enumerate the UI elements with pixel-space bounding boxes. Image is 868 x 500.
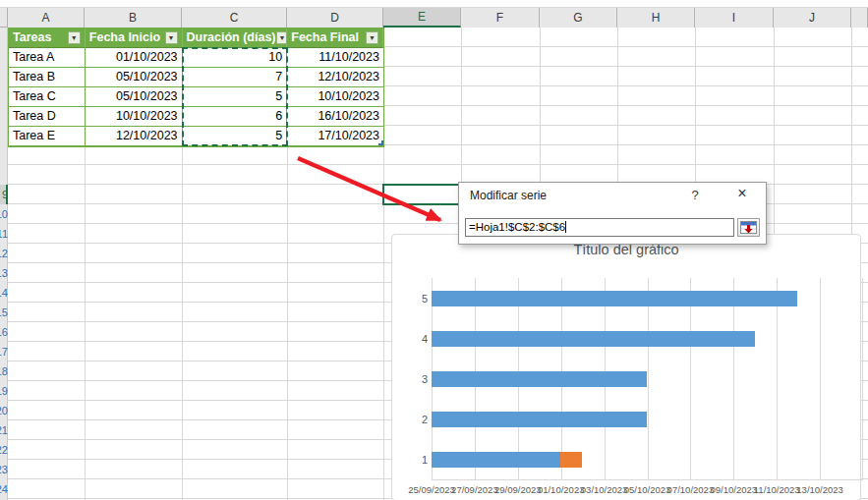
chart-plot-area: 5 4 3 2 1 25/09/2023 27/09/2023 29/09/20… (432, 278, 863, 480)
cell-fecha-inicio[interactable]: 05/10/2023 (86, 87, 183, 107)
row-headers[interactable]: 9 10 11 12 13 14 15 16 17 18 19 20 21 22… (0, 28, 8, 500)
close-icon[interactable]: × (732, 185, 752, 202)
dialog-title: Modificar serie (470, 189, 547, 202)
x-axis-tick: 09/10/2023 (711, 484, 758, 495)
cell-tarea[interactable]: Tarea A (9, 48, 86, 68)
cell-fecha-final[interactable]: 16/10/2023 (287, 107, 383, 127)
cell-fecha-inicio[interactable]: 10/10/2023 (86, 107, 183, 127)
row-number[interactable]: 16 (0, 322, 8, 342)
row-number[interactable]: 11 (0, 224, 8, 244)
header-label: Duración (días) (187, 28, 276, 47)
y-axis-label: 4 (412, 332, 428, 346)
bar-segment-blue[interactable] (432, 331, 755, 347)
series-formula-input[interactable]: =Hoja1!$C$2:$C$6 (465, 218, 734, 237)
bar-segment-blue[interactable] (432, 452, 560, 468)
x-axis-tick: 25/09/2023 (408, 484, 455, 495)
bar-segment-blue[interactable] (432, 371, 647, 387)
bar-category-3[interactable] (432, 359, 862, 399)
bar-chart[interactable]: Título del gráfico 5 4 3 2 1 25/09/2023 … (391, 234, 861, 500)
header-tareas[interactable]: Tareas ▼ (9, 28, 86, 48)
column-header-d[interactable]: D (287, 8, 383, 28)
modificar-serie-dialog: Modificar serie ? × =Hoja1!$C$2:$C$6 (458, 182, 767, 245)
cell-fecha-final[interactable]: 11/10/2023 (287, 48, 383, 68)
bar-category-5[interactable] (432, 278, 862, 318)
x-axis-tick: 07/10/2023 (667, 484, 715, 495)
x-axis-tick: 29/09/2023 (494, 484, 542, 495)
table-header-row: Tareas ▼ Fecha Inicio ▼ Duración (días) … (9, 28, 383, 48)
bar-category-1[interactable] (432, 440, 862, 480)
excel-window: A B C D E F G H I J 9 10 11 12 13 14 15 … (0, 0, 868, 500)
row-number[interactable]: 17 (0, 342, 8, 361)
column-header-j[interactable]: J (774, 8, 851, 28)
column-header-b[interactable]: B (85, 8, 182, 28)
formula-text: =Hoja1!$C$2:$C$6 (469, 221, 565, 233)
column-headers: A B C D E F G H I J (0, 8, 868, 28)
row-number[interactable]: 15 (0, 303, 8, 322)
column-header-f[interactable]: F (461, 8, 540, 28)
x-axis-tick: 01/10/2023 (538, 484, 585, 495)
table-row: Tarea D 10/10/2023 6 16/10/2023 (9, 107, 383, 127)
cell-fecha-inicio[interactable]: 05/10/2023 (86, 68, 183, 87)
cell-duracion[interactable]: 5 (183, 87, 288, 107)
cell-duracion[interactable]: 6 (183, 107, 288, 127)
cell-fecha-inicio[interactable]: 01/10/2023 (86, 48, 183, 68)
table-row: Tarea A 01/10/2023 10 11/10/2023 (9, 48, 383, 68)
row-number[interactable]: 9 (0, 185, 8, 204)
column-header-h[interactable]: H (617, 8, 695, 28)
select-all-corner[interactable] (0, 8, 8, 28)
row-number[interactable]: 19 (0, 381, 8, 401)
table-row: Tarea B 05/10/2023 7 12/10/2023 (9, 68, 383, 87)
bar-segment-blue[interactable] (432, 291, 797, 306)
cell-fecha-final[interactable]: 12/10/2023 (287, 68, 383, 87)
active-cell-e9[interactable] (382, 184, 462, 205)
filter-dropdown-icon[interactable]: ▼ (366, 31, 378, 44)
table-resize-handle[interactable] (378, 140, 383, 145)
row-number[interactable]: 10 (0, 204, 8, 224)
cell-fecha-final[interactable]: 17/10/2023 (287, 127, 383, 146)
row-number[interactable]: 12 (0, 244, 8, 263)
filter-dropdown-icon[interactable]: ▼ (68, 31, 81, 44)
header-label: Fecha Inicio (89, 28, 160, 47)
header-duracion[interactable]: Duración (días) ▼ (183, 28, 288, 48)
collapse-dialog-button[interactable] (737, 218, 760, 237)
row-number[interactable]: 21 (0, 420, 8, 440)
x-axis-tick: 03/10/2023 (581, 484, 628, 495)
bar-category-4[interactable] (432, 318, 862, 359)
row-number[interactable]: 24 (0, 479, 8, 499)
help-icon[interactable]: ? (687, 188, 703, 202)
x-axis-labels: 25/09/2023 27/09/2023 29/09/2023 01/10/2… (432, 484, 862, 498)
column-header-g[interactable]: G (540, 8, 617, 28)
header-fecha-final[interactable]: Fecha Final ▼ (287, 28, 383, 48)
column-header-k-partial[interactable] (851, 8, 868, 28)
x-axis-tick: 13/10/2023 (796, 484, 843, 495)
row-number[interactable]: 20 (0, 401, 8, 420)
y-axis-label: 5 (412, 292, 428, 306)
formula-bar-bottom-strip (0, 0, 868, 8)
bar-segment-orange[interactable] (560, 452, 582, 468)
cell-tarea[interactable]: Tarea B (9, 68, 86, 87)
row-number[interactable]: 13 (0, 263, 8, 283)
filter-dropdown-icon[interactable]: ▼ (276, 31, 288, 44)
cell-tarea[interactable]: Tarea D (9, 107, 86, 127)
row-number[interactable]: 23 (0, 460, 8, 479)
bar-segment-blue[interactable] (432, 412, 647, 427)
cell-duracion[interactable]: 7 (183, 68, 288, 87)
header-fecha-inicio[interactable]: Fecha Inicio ▼ (86, 28, 183, 48)
row-number[interactable]: 14 (0, 283, 8, 303)
header-label: Fecha Final (291, 28, 359, 47)
cell-tarea[interactable]: Tarea E (9, 127, 86, 146)
cell-fecha-inicio[interactable]: 12/10/2023 (86, 127, 183, 146)
cell-duracion[interactable]: 10 (183, 48, 288, 68)
cell-tarea[interactable]: Tarea C (9, 87, 86, 107)
y-axis-label: 1 (412, 453, 428, 467)
filter-dropdown-icon[interactable]: ▼ (165, 31, 178, 44)
row-number[interactable]: 18 (0, 361, 8, 381)
column-header-a[interactable]: A (8, 8, 85, 28)
column-header-e-selected[interactable]: E (383, 8, 461, 28)
bar-category-2[interactable] (432, 400, 862, 440)
column-header-c[interactable]: C (182, 8, 287, 28)
cell-fecha-final[interactable]: 10/10/2023 (287, 87, 383, 107)
cell-duracion[interactable]: 5 (183, 127, 288, 146)
row-number[interactable]: 22 (0, 440, 8, 460)
column-header-i[interactable]: I (695, 8, 774, 28)
